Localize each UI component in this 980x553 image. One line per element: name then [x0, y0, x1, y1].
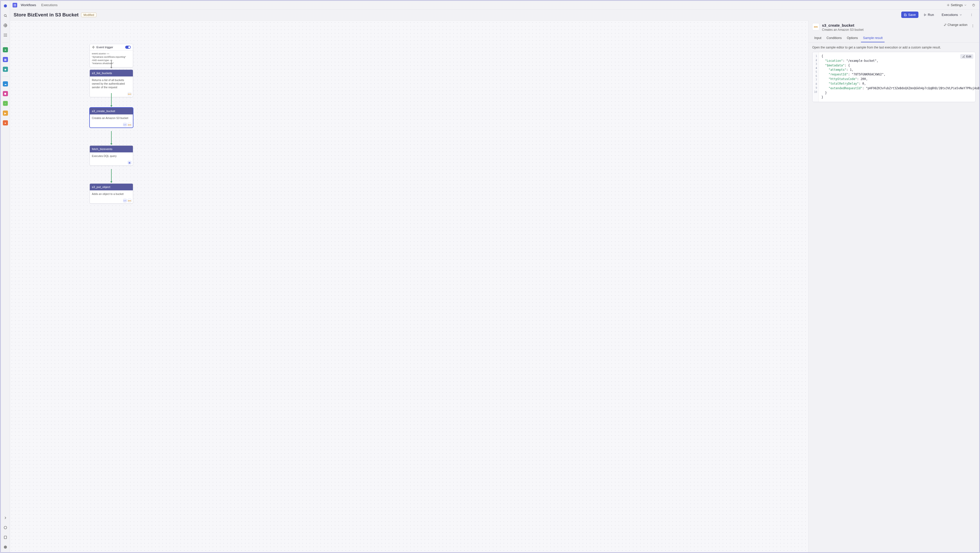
svg-rect-18	[15, 5, 16, 6]
report-icon[interactable]	[2, 534, 8, 540]
save-icon	[904, 13, 907, 16]
svg-point-7	[5, 35, 6, 36]
grid-icon: ▦	[128, 161, 131, 164]
node-description: Executes DQL query	[90, 153, 133, 160]
svg-point-4	[5, 33, 6, 34]
gear-icon	[947, 3, 950, 7]
globe-icon[interactable]	[2, 524, 8, 531]
rail-app-5[interactable]: ⬢	[2, 91, 8, 97]
svg-marker-25	[92, 46, 95, 48]
code-gutter: 1 ▾23 ▾45678910	[813, 52, 819, 102]
search-icon[interactable]	[2, 13, 8, 19]
change-action-label: Change action	[948, 23, 967, 27]
node-footer: </>aws	[90, 122, 133, 127]
change-action-button[interactable]: Change action	[943, 23, 967, 27]
aws-icon: aws	[128, 92, 131, 96]
sample-hint: Open the sample editor to get a sample f…	[812, 46, 976, 49]
node-description: Returns a list of all buckets owned by t…	[90, 76, 133, 91]
connector	[111, 131, 111, 144]
apps-icon[interactable]	[2, 32, 8, 38]
svg-point-23	[971, 14, 972, 15]
svg-point-6	[4, 35, 5, 36]
svg-point-11	[6, 36, 7, 37]
node-title: s3_create_bucket	[92, 110, 115, 113]
panel-title: s3_create_bucket	[822, 23, 941, 27]
settings-button[interactable]: Settings	[945, 2, 969, 8]
save-button[interactable]: Save	[901, 11, 918, 18]
trigger-toggle[interactable]	[125, 46, 131, 49]
node-s3-put-object[interactable]: s3_put_objectAdds an object to a bucket<…	[89, 183, 133, 203]
left-nav-rail: ⎈ ▦ ◆ ☁ ⬢ ○ ▶ ●	[1, 1, 10, 552]
edit-label: Edit	[966, 55, 971, 58]
node-title: s3_list_buckets	[92, 72, 112, 75]
tab-input[interactable]: Input	[812, 35, 824, 42]
action-details-panel: aws s3_create_bucket Creates an Amazon S…	[808, 21, 979, 552]
svg-point-19	[948, 5, 949, 5]
node-footer: </>aws	[90, 198, 133, 203]
account-icon[interactable]	[2, 544, 8, 550]
rail-divider	[2, 42, 8, 43]
rail-app-8[interactable]: ●	[2, 120, 8, 126]
rail-app-2[interactable]: ▦	[2, 56, 8, 63]
rail-app-4[interactable]: ☁	[2, 81, 8, 87]
svg-point-10	[5, 36, 6, 37]
help-button[interactable]	[970, 3, 977, 8]
tab-workflows[interactable]: Workflows	[19, 2, 38, 8]
save-label: Save	[908, 13, 916, 17]
node-title: fetch_bizevents	[92, 148, 112, 151]
node-fetch-bizevents[interactable]: fetch_bizeventsExecutes DQL query▦	[89, 145, 133, 166]
svg-point-22	[971, 14, 972, 14]
code-icon: </>	[123, 199, 127, 202]
tab-options[interactable]: Options	[845, 35, 860, 42]
connector	[111, 60, 111, 67]
code-lines: { "Location": "/example-bucket", "$metad…	[819, 52, 979, 102]
expand-rail-icon[interactable]	[2, 515, 8, 521]
run-label: Run	[928, 13, 934, 17]
workflow-title: Store BizEvent in S3 Bucket	[14, 12, 78, 18]
rail-app-1[interactable]: ⎈	[2, 47, 8, 53]
more-menu-button[interactable]	[967, 12, 976, 18]
code-icon: </>	[123, 123, 127, 126]
node-title: s3_put_object	[92, 186, 110, 189]
topbar: Workflows Executions Settings	[10, 1, 979, 10]
svg-rect-17	[14, 5, 14, 6]
svg-point-5	[6, 33, 7, 34]
svg-point-14	[4, 545, 7, 549]
run-button[interactable]: Run	[921, 11, 937, 18]
panel-more-button[interactable]	[970, 23, 976, 30]
tab-executions[interactable]: Executions	[40, 2, 59, 8]
rail-app-3[interactable]: ◆	[2, 66, 8, 72]
tab-sample-result[interactable]: Sample result	[861, 35, 885, 42]
panel-subtitle: Creates an Amazon S3 bucket	[822, 28, 941, 32]
tab-conditions[interactable]: Conditions	[824, 35, 844, 42]
chevron-down-icon	[959, 13, 962, 16]
more-vertical-icon	[970, 13, 973, 16]
svg-rect-13	[4, 536, 6, 539]
workflow-canvas[interactable]: Event trigger event.source == "dynatrace…	[10, 21, 808, 552]
rail-app-6[interactable]: ○	[2, 100, 8, 106]
executions-dropdown[interactable]: Executions	[939, 11, 965, 18]
rail-app-7[interactable]: ▶	[2, 110, 8, 116]
svg-point-1	[4, 14, 6, 16]
svg-point-28	[972, 27, 973, 27]
svg-point-9	[4, 36, 5, 37]
more-vertical-icon	[971, 24, 975, 28]
edit-sample-button[interactable]: Edit	[960, 54, 973, 59]
lightning-icon	[92, 46, 95, 49]
pencil-icon	[962, 55, 965, 58]
svg-point-26	[972, 25, 973, 25]
logo-icon[interactable]	[2, 3, 8, 9]
panel-tabs: InputConditionsOptionsSample result	[809, 33, 979, 43]
workflows-app-icon	[13, 3, 17, 8]
sample-result-code: Edit 1 ▾23 ▾45678910 { "Location": "/exa…	[812, 52, 976, 102]
play-icon	[924, 13, 927, 16]
explore-icon[interactable]	[2, 22, 8, 29]
svg-point-3	[4, 33, 5, 34]
aws-icon: aws	[812, 23, 819, 30]
aws-icon: aws	[128, 123, 131, 126]
node-title: Event trigger	[97, 46, 113, 49]
rail-divider-2	[2, 76, 8, 77]
help-icon	[972, 3, 975, 7]
connector	[111, 93, 111, 106]
node-s3-create-bucket[interactable]: s3_create_bucketCreates an Amazon S3 buc…	[89, 108, 133, 128]
